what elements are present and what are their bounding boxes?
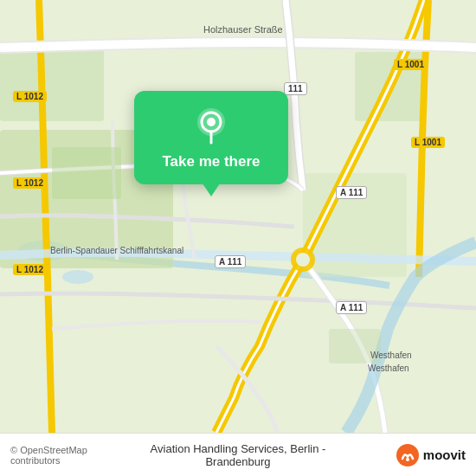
svg-point-15	[406, 458, 409, 461]
popup-label: Take me there	[162, 153, 260, 170]
map-label-westhafen2: Westhafen	[368, 363, 409, 373]
svg-point-8	[296, 253, 310, 267]
road-badge-l1001-mid: L 1001	[411, 137, 445, 148]
svg-point-13	[207, 118, 215, 126]
map-label-westhafen: Westhafen	[370, 351, 412, 360]
road-badge-l1001-top: L 1001	[394, 59, 428, 70]
copyright-text: © OpenStreetMap contributors	[10, 445, 125, 466]
moovit-logo: moovit	[352, 443, 466, 467]
map-container: L 1012 L 1012 L 1012 L 1001 L 1001 111 A…	[0, 0, 476, 433]
svg-point-2	[62, 270, 93, 284]
map-label-schifffahrtskanal: Berlin-Spandauer Schifffahrtskanal	[50, 246, 183, 255]
road-badge-a111-bot2: A 111	[336, 301, 367, 314]
road-badge-111-top: 111	[284, 82, 307, 95]
moovit-label: moovit	[423, 447, 466, 462]
moovit-icon	[396, 443, 420, 467]
location-title: Aviation Handling Services, Berlin - Bra…	[125, 442, 352, 468]
road-badge-a111-bot: A 111	[215, 255, 246, 268]
svg-rect-9	[52, 147, 121, 199]
location-pin-icon	[192, 106, 230, 145]
road-badge-l1012-bot: L 1012	[13, 264, 47, 275]
road-badge-l1012-top: L 1012	[13, 91, 47, 102]
bottom-bar: © OpenStreetMap contributors Aviation Ha…	[0, 433, 476, 476]
popup-card[interactable]: Take me there	[134, 91, 288, 184]
road-badge-l1012-mid: L 1012	[13, 177, 47, 189]
map-label-holzhauser: Holzhauser Straße	[203, 24, 283, 35]
road-badge-a111-mid: A 111	[336, 186, 367, 199]
svg-rect-4	[0, 43, 104, 121]
